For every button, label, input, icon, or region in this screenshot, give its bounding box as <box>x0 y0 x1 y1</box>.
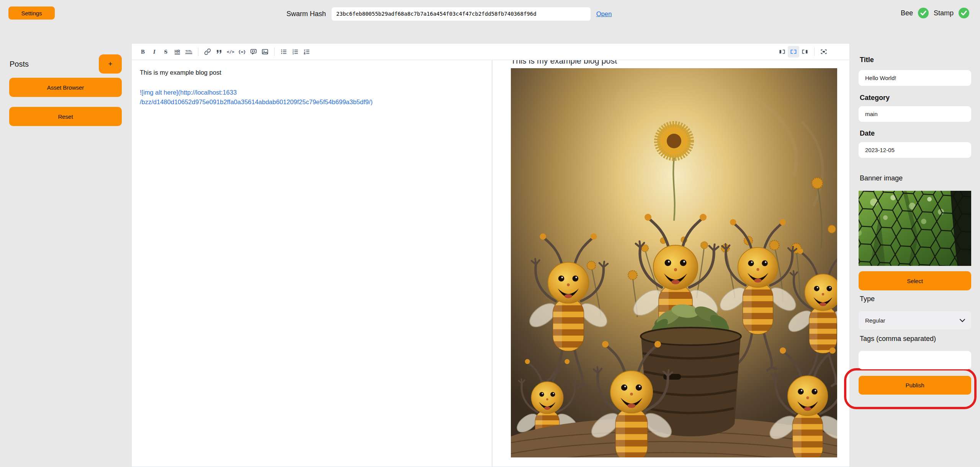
reset-button[interactable]: Reset <box>9 107 122 126</box>
status-indicators: Bee Stamp <box>901 8 969 18</box>
asset-browser-button[interactable]: Asset Browser <box>9 78 122 97</box>
bold-icon: B <box>141 49 145 55</box>
date-input[interactable] <box>859 142 971 158</box>
svg-text:3: 3 <box>293 52 294 55</box>
stamp-status-label: Stamp <box>934 9 954 17</box>
swarm-hash-input[interactable] <box>332 7 591 21</box>
task-list-icon <box>303 48 310 55</box>
bee-status-label: Bee <box>901 9 913 17</box>
code-block-icon: {=} <box>238 49 246 54</box>
editor-image-markdown-line2: /bzz/d1480d10652d975e091b2ffa0a35614abda… <box>140 97 484 107</box>
swarm-hash-group: Swarm Hash Open <box>286 7 612 21</box>
title-label: Title <box>860 56 972 64</box>
unordered-list-button[interactable] <box>278 46 290 57</box>
markdown-editor[interactable]: This is my example blog post ![img alt h… <box>132 60 492 467</box>
swarm-hash-label: Swarm Hash <box>286 10 326 18</box>
posts-header: Posts + <box>10 54 122 74</box>
posts-title: Posts <box>10 60 29 69</box>
strikethrough-button[interactable]: S <box>160 46 172 57</box>
type-select-value: Regular <box>865 317 885 324</box>
chevron-down-icon <box>960 319 965 322</box>
settings-button[interactable]: Settings <box>8 7 55 20</box>
fullscreen-icon <box>820 48 827 55</box>
dancing-bees-illustration <box>511 68 837 457</box>
code-block-button[interactable]: {=} <box>236 46 248 57</box>
comment-code-button[interactable] <box>248 46 259 57</box>
app-root: Settings Swarm Hash Open Bee Stamp Posts… <box>0 0 980 467</box>
quote-icon <box>216 48 223 55</box>
task-list-button[interactable] <box>301 46 312 57</box>
bee-check-icon <box>918 8 929 18</box>
open-link[interactable]: Open <box>596 10 612 18</box>
italic-icon: I <box>153 49 155 55</box>
preview-pane: This is my example blog post <box>492 60 849 467</box>
editor-view-button[interactable] <box>776 46 788 57</box>
date-label: Date <box>860 129 972 138</box>
title-icon: TITL <box>185 49 192 54</box>
category-input[interactable] <box>859 106 971 122</box>
type-label: Type <box>860 295 972 303</box>
italic-button[interactable]: I <box>149 46 160 57</box>
preview-heading: This is my example blog post <box>511 60 849 66</box>
ordered-list-button[interactable]: 1 2 3 <box>290 46 301 57</box>
tags-input[interactable] <box>859 351 971 369</box>
editor-line: This is my example blog post <box>140 68 484 78</box>
toolbar-divider <box>274 48 275 56</box>
comment-code-icon <box>250 48 257 55</box>
banner-image-label: Banner image <box>860 174 972 182</box>
toolbar-divider <box>814 48 815 56</box>
ordered-list-icon: 1 2 3 <box>292 48 299 55</box>
editor-image-markdown-line1: ![img alt here](http://localhost:1633 <box>140 88 484 98</box>
quote-button[interactable] <box>213 46 225 57</box>
banner-image-preview <box>859 191 971 267</box>
horizontal-rule-icon: HR <box>175 49 180 54</box>
title-input[interactable] <box>859 70 971 86</box>
unordered-list-icon <box>280 48 287 55</box>
image-button[interactable] <box>259 46 271 57</box>
bold-button[interactable]: B <box>137 46 149 57</box>
banner-select-button[interactable]: Select <box>859 271 971 290</box>
fullscreen-button[interactable] <box>818 46 829 57</box>
editor-view-icon <box>779 48 785 55</box>
strikethrough-icon: S <box>164 49 167 55</box>
type-select[interactable]: Regular <box>859 311 971 329</box>
title-button[interactable]: TITL <box>183 46 195 57</box>
image-icon <box>262 48 268 55</box>
side-by-side-view-icon <box>790 48 797 55</box>
editor-toolbar: B I S HR TITL </> <box>132 44 849 60</box>
preview-view-icon <box>802 48 808 55</box>
link-button[interactable] <box>202 46 213 57</box>
publish-button[interactable]: Publish <box>859 376 971 395</box>
add-post-button[interactable]: + <box>99 54 122 74</box>
toolbar-divider <box>198 48 198 56</box>
code-button[interactable]: </> <box>225 46 236 57</box>
view-mode-group <box>776 46 829 57</box>
tags-label: Tags (comma separated) <box>860 335 972 343</box>
stamp-check-icon <box>959 8 969 18</box>
link-icon <box>204 48 211 55</box>
horizontal-rule-button[interactable]: HR <box>172 46 183 57</box>
category-label: Category <box>860 94 972 102</box>
preview-view-button[interactable] <box>799 46 811 57</box>
side-by-side-view-button[interactable] <box>788 46 799 57</box>
editor-panel: B I S HR TITL </> <box>131 43 850 467</box>
code-icon: </> <box>227 49 234 54</box>
